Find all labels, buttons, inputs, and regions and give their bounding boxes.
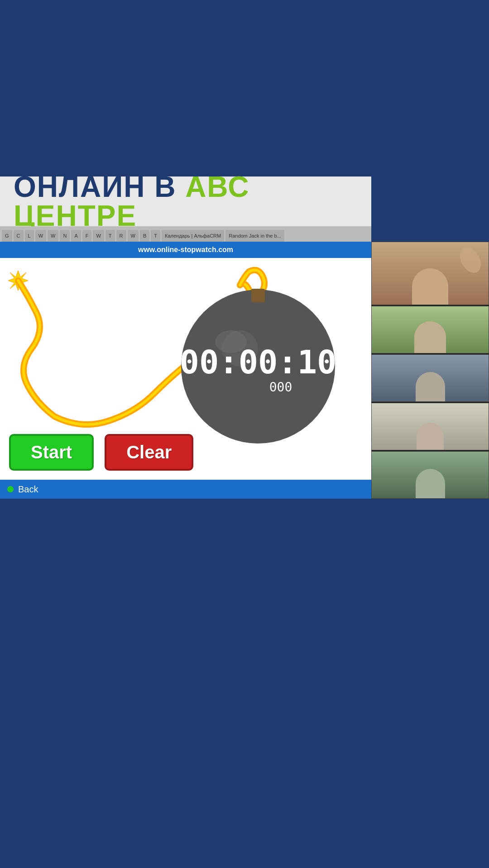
video-thumb-5[interactable] (371, 451, 489, 499)
title-connector: В (154, 171, 185, 203)
video-panel (371, 242, 489, 499)
tab-item[interactable]: L (25, 230, 34, 242)
back-dot-icon (7, 486, 14, 492)
tab-item[interactable]: C (14, 230, 24, 242)
tab-item[interactable]: R (116, 230, 126, 242)
back-label[interactable]: Back (18, 484, 38, 495)
bomb-scene-svg: 00:00:10 000 (0, 258, 371, 448)
participant-5-bg (372, 452, 489, 498)
bomb-sheen (215, 330, 247, 353)
video-thumb-4[interactable] (371, 403, 489, 450)
tab-item[interactable]: A (71, 230, 81, 242)
timer-display: 00:00:10 (180, 343, 337, 381)
tab-item[interactable]: G (2, 230, 12, 242)
tab-item[interactable]: W (128, 230, 139, 242)
start-button[interactable]: Start (9, 434, 94, 471)
browser-tabs-bar: G C L W W N A F W T R W B T Календарь | … (0, 226, 371, 242)
tab-item[interactable]: T (151, 230, 160, 242)
tab-item[interactable]: W (48, 230, 58, 242)
tab-item[interactable]: W (93, 230, 104, 242)
participant-3-bg (372, 355, 489, 401)
stopwatch-content: 00:00:10 000 Start Clear (0, 258, 371, 480)
tab-item[interactable]: B (140, 230, 149, 242)
video-thumb-1[interactable] (371, 242, 489, 305)
browser-urlbar: www.online-stopwatch.com (0, 242, 371, 258)
bottom-background (0, 499, 489, 868)
video-thumb-2[interactable] (371, 306, 489, 353)
timer-milliseconds: 000 (269, 380, 292, 395)
tab-item[interactable]: F (82, 230, 92, 242)
buttons-row: Start Clear (9, 434, 193, 471)
bomb-top-connector (251, 289, 265, 302)
back-bar: Back (0, 480, 371, 499)
tab-item[interactable]: Календарь | АльфаCRM (162, 230, 224, 242)
title-dark: ОНЛАЙН (14, 171, 145, 203)
video-thumb-3[interactable] (371, 354, 489, 402)
participant-2-bg (372, 306, 489, 353)
tab-item[interactable]: W (35, 230, 46, 242)
participant-4-bg (372, 403, 489, 450)
tab-item[interactable]: T (105, 230, 115, 242)
page-title: ОНЛАЙН В АВС ЦЕНТРЕ (14, 172, 358, 230)
tab-item[interactable]: Random Jack in the b... (225, 230, 284, 242)
clear-button[interactable]: Clear (105, 434, 193, 471)
url-text: www.online-stopwatch.com (138, 246, 233, 254)
header-banner: ОНЛАЙН В АВС ЦЕНТРЕ (0, 176, 371, 226)
tab-item[interactable]: N (60, 230, 70, 242)
top-background (0, 0, 489, 176)
